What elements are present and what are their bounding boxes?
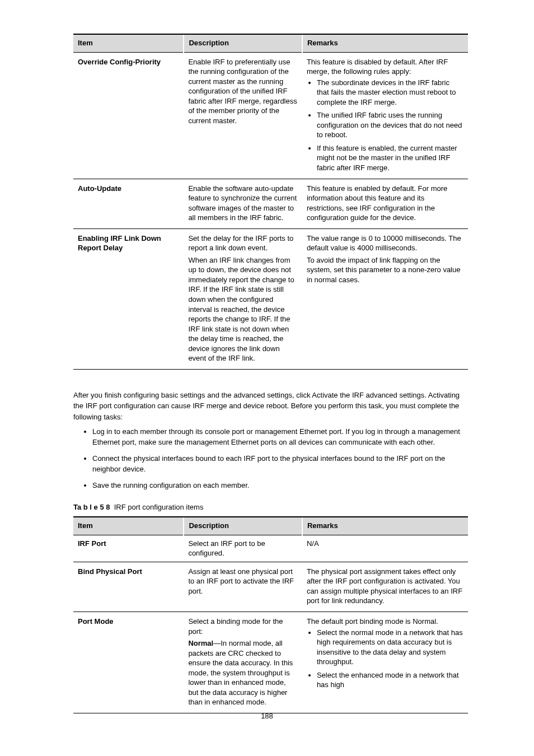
table1-header-description: Description: [184, 34, 302, 52]
cell-item: IRF Port: [73, 535, 184, 562]
cell-desc: Enable IRF to preferentially use the run…: [184, 52, 302, 179]
list-item: Select the enhanced mode in a network th…: [317, 670, 463, 690]
cell-item: Port Mode: [73, 612, 184, 713]
cell-desc: Assign at least one physical port to an …: [184, 562, 302, 612]
list-item: Select the normal mode in a network that…: [317, 628, 463, 667]
table2-caption: Ta b l e 5 8 IRF port configuration item…: [73, 502, 468, 512]
list-item: Log in to each member through its consol…: [92, 427, 468, 448]
cell-item: Enabling IRF Link Down Report Delay: [73, 228, 184, 369]
list-item: The unified IRF fabric uses the running …: [317, 110, 463, 140]
cell-item: Bind Physical Port: [73, 562, 184, 612]
cell-remarks: This feature is enabled by default. For …: [302, 179, 468, 228]
cell-remarks: The default port binding mode is Normal.…: [302, 612, 468, 713]
list-item: The subordinate devices in the IRF fabri…: [317, 78, 463, 108]
table-row: Enabling IRF Link Down Report Delay Set …: [73, 228, 468, 369]
table-row: Override Config-Priority Enable IRF to p…: [73, 52, 468, 179]
cell-remarks: The physical port assignment takes effec…: [302, 562, 468, 612]
list-item: Connect the physical interfaces bound to…: [92, 454, 468, 475]
table-row: IRF Port Select an IRF port to be config…: [73, 535, 468, 562]
table1-header-item: Item: [73, 34, 184, 52]
advanced-settings-table: Item Description Remarks Override Config…: [73, 34, 468, 370]
cell-remarks: This feature is disabled by default. Aft…: [302, 52, 468, 179]
cell-item: Auto-Update: [73, 179, 184, 228]
table-row: Port Mode Select a binding mode for the …: [73, 612, 468, 713]
list-item: Save the running configuration on each m…: [92, 480, 468, 491]
table2-header-item: Item: [73, 517, 184, 535]
activation-intro: After you finish configuring basic setti…: [73, 390, 468, 423]
irf-port-config-table: Item Description Remarks IRF Port Select…: [73, 516, 468, 713]
table2-header-remarks: Remarks: [302, 517, 468, 535]
prerequisite-list: Log in to each member through its consol…: [73, 427, 468, 491]
table-row: Auto-Update Enable the software auto-upd…: [73, 179, 468, 228]
cell-desc: Enable the software auto-update feature …: [184, 179, 302, 228]
cell-desc: Select an IRF port to be configured.: [184, 535, 302, 562]
table-row: Bind Physical Port Assign at least one p…: [73, 562, 468, 612]
cell-remarks: N/A: [302, 535, 468, 562]
list-item: If this feature is enabled, the current …: [317, 143, 463, 173]
cell-desc: Set the delay for the IRF ports to repor…: [184, 228, 302, 369]
page-number: 188: [0, 711, 534, 721]
cell-remarks: The value range is 0 to 10000 millisecon…: [302, 228, 468, 369]
table1-header-remarks: Remarks: [302, 34, 468, 52]
table2-header-description: Description: [184, 517, 302, 535]
cell-item: Override Config-Priority: [73, 52, 184, 179]
cell-desc: Select a binding mode for the port: Norm…: [184, 612, 302, 713]
